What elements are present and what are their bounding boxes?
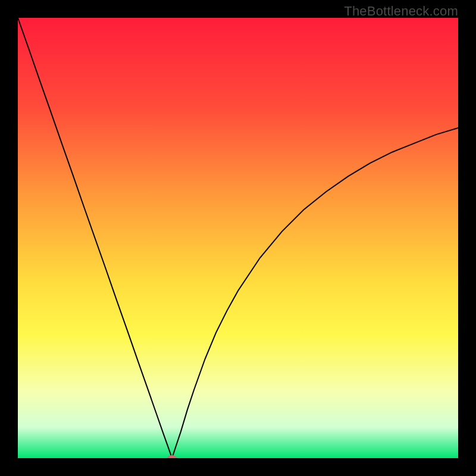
gradient-background — [18, 18, 458, 458]
bottleneck-chart — [18, 18, 458, 458]
watermark-text: TheBottleneck.com — [344, 4, 458, 19]
chart-frame — [18, 18, 458, 458]
